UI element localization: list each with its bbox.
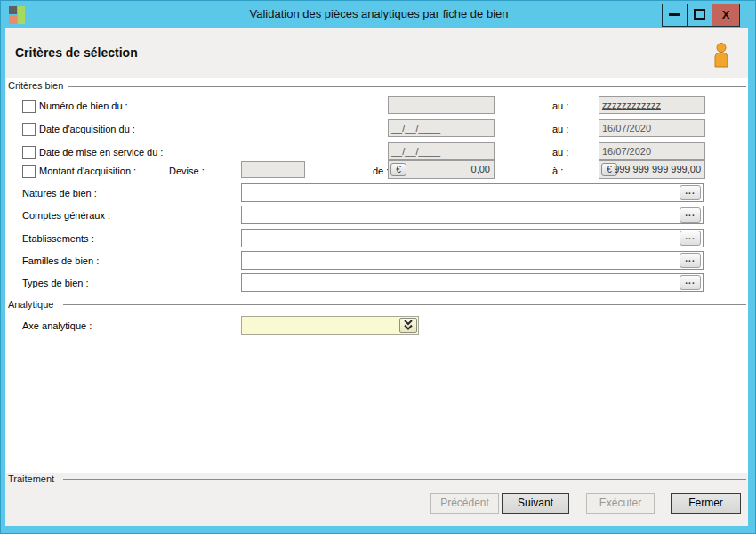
executer-button: Exécuter — [586, 493, 655, 514]
date-acquisition-au-field: 16/07/2020 — [599, 119, 705, 137]
date-acquisition-au-label: au : — [552, 124, 568, 134]
etablissements-label: Etablissements : — [22, 233, 94, 244]
comptes-lookup-button[interactable]: ... — [680, 207, 701, 222]
date-acquisition-checkbox[interactable] — [22, 123, 36, 136]
familles-lookup-button[interactable]: ... — [680, 253, 701, 268]
precedent-button: Précédent — [430, 493, 499, 514]
date-mise-en-service-au-field: 16/07/2020 — [599, 142, 705, 160]
numero-de-bien-au-field: zzzzzzzzzzzz — [602, 100, 661, 110]
montant-de-label: de : — [373, 166, 389, 176]
montant-de-field: € 0,00 — [388, 160, 495, 179]
fermer-button[interactable]: Fermer — [671, 493, 741, 514]
date-mise-en-service-du-field: __/__/____ — [388, 142, 495, 160]
maximize-icon — [694, 9, 705, 20]
numero-de-bien-label: Numéro de bien du : — [39, 101, 128, 111]
natures-de-bien-label: Natures de bien : — [22, 188, 97, 198]
analytique-line — [63, 304, 746, 305]
natures-lookup-button[interactable]: ... — [680, 185, 701, 200]
double-chevron-down-icon — [403, 320, 414, 331]
page-title: Critères de sélection — [15, 45, 138, 60]
date-acquisition-label: Date d'acquisition du : — [39, 124, 135, 134]
minimize-icon — [669, 13, 680, 16]
numero-de-bien-du-field — [388, 96, 495, 114]
familles-de-bien-label: Familles de bien : — [22, 255, 99, 266]
etablissements-lookup-button[interactable]: ... — [680, 231, 701, 246]
montant-a-field: € 999 999 999 999,00 — [599, 160, 705, 179]
comptes-generaux-label: Comptes généraux : — [22, 210, 110, 221]
analytique-legend: Analytique — [8, 299, 53, 310]
traitement-line — [63, 479, 746, 480]
types-de-bien-field[interactable]: ... — [241, 273, 704, 292]
etablissements-field[interactable]: ... — [241, 229, 704, 247]
window-title: Validation des pièces analytiques par fi… — [1, 1, 756, 28]
comptes-generaux-field[interactable]: ... — [241, 206, 704, 224]
titlebar: Validation des pièces analytiques par fi… — [1, 1, 756, 28]
devise-label: Devise : — [169, 166, 205, 176]
combo-dropdown-button[interactable] — [399, 318, 417, 333]
axe-analytique-combobox[interactable] — [241, 316, 419, 335]
montant-acquisition-label: Montant d'acquisition : — [39, 166, 136, 176]
suivant-button[interactable]: Suivant — [502, 493, 569, 514]
person-icon[interactable] — [712, 42, 731, 69]
criteres-bien-line — [68, 86, 746, 87]
traitement-legend: Traitement — [8, 473, 54, 484]
date-mise-en-service-label: Date de mise en service du : — [39, 147, 163, 158]
numero-de-bien-checkbox[interactable] — [22, 100, 36, 113]
montant-acquisition-checkbox[interactable] — [22, 165, 36, 178]
euro-icon: € — [390, 163, 406, 176]
close-button[interactable]: X — [712, 4, 740, 27]
criteres-bien-legend: Critères bien — [8, 80, 63, 91]
types-lookup-button[interactable]: ... — [680, 275, 701, 290]
devise-field — [241, 161, 305, 178]
maximize-button[interactable] — [687, 4, 712, 27]
types-de-bien-label: Types de bien : — [22, 278, 89, 288]
date-mise-en-service-checkbox[interactable] — [22, 146, 36, 159]
natures-de-bien-field[interactable]: ... — [241, 183, 704, 202]
minimize-button[interactable] — [662, 4, 688, 27]
numero-au-label: au : — [552, 101, 568, 111]
axe-analytique-label: Axe analytique : — [22, 320, 92, 331]
date-acquisition-du-field: __/__/____ — [388, 119, 495, 137]
familles-de-bien-field[interactable]: ... — [241, 251, 704, 270]
montant-a-label: à : — [552, 166, 563, 176]
close-icon: X — [722, 8, 730, 21]
montant-a-value: 999 999 999 999,00 — [614, 164, 701, 174]
montant-de-value: 0,00 — [471, 164, 490, 174]
date-mise-en-service-au-label: au : — [552, 147, 568, 158]
dialog-window: Validation des pièces analytiques par fi… — [0, 0, 756, 534]
